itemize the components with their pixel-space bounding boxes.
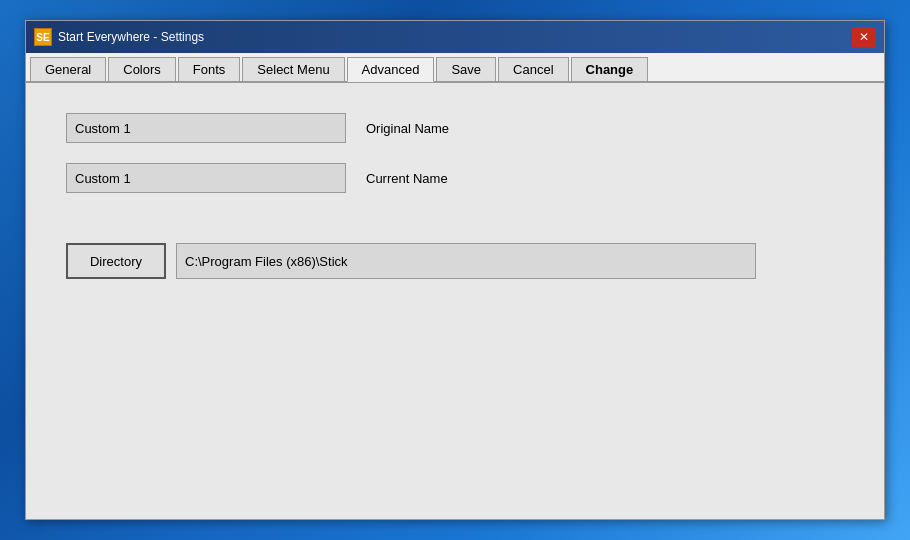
directory-path-input[interactable] bbox=[176, 243, 756, 279]
tab-save[interactable]: Save bbox=[436, 57, 496, 81]
tab-advanced[interactable]: Advanced bbox=[347, 57, 435, 82]
app-icon: SE bbox=[34, 28, 52, 46]
tab-select-menu[interactable]: Select Menu bbox=[242, 57, 344, 81]
tab-bar: General Colors Fonts Select Menu Advance… bbox=[26, 53, 884, 83]
title-bar: SE Start Everywhere - Settings ✕ bbox=[26, 21, 884, 53]
content-area: Original Name Current Name Directory bbox=[26, 83, 884, 519]
original-name-input[interactable] bbox=[66, 113, 346, 143]
tab-fonts[interactable]: Fonts bbox=[178, 57, 241, 81]
current-name-input[interactable] bbox=[66, 163, 346, 193]
tab-change[interactable]: Change bbox=[571, 57, 649, 81]
tab-cancel[interactable]: Cancel bbox=[498, 57, 568, 81]
title-bar-left: SE Start Everywhere - Settings bbox=[34, 28, 204, 46]
window-title: Start Everywhere - Settings bbox=[58, 30, 204, 44]
tab-general[interactable]: General bbox=[30, 57, 106, 81]
original-name-row: Original Name bbox=[66, 113, 844, 143]
original-name-label: Original Name bbox=[366, 121, 449, 136]
current-name-label: Current Name bbox=[366, 171, 448, 186]
tab-colors[interactable]: Colors bbox=[108, 57, 176, 81]
directory-button[interactable]: Directory bbox=[66, 243, 166, 279]
close-button[interactable]: ✕ bbox=[852, 27, 876, 47]
directory-row: Directory bbox=[66, 243, 844, 279]
spacer bbox=[66, 213, 844, 243]
settings-window: SE Start Everywhere - Settings ✕ General… bbox=[25, 20, 885, 520]
current-name-row: Current Name bbox=[66, 163, 844, 193]
